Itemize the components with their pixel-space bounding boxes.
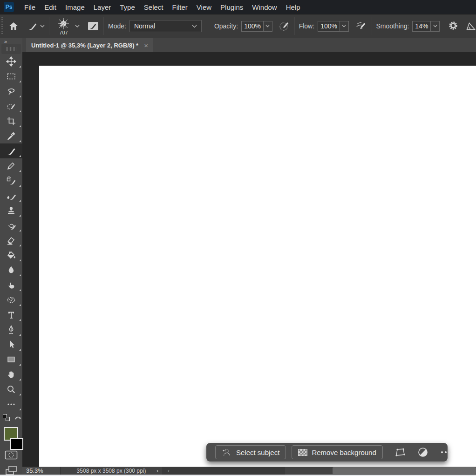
- menu-type[interactable]: Type: [120, 3, 135, 11]
- document-tab[interactable]: Untitled-1 @ 35,3% (Layer 2, RGB/8) * ×: [26, 38, 153, 52]
- menu-view[interactable]: View: [197, 3, 211, 11]
- transform-image-button[interactable]: [394, 447, 406, 457]
- smudge-tool[interactable]: [0, 278, 22, 292]
- swap-arrows-icon: [14, 415, 22, 421]
- edit-toolbar-button[interactable]: [0, 397, 22, 412]
- menu-plugins[interactable]: Plugins: [220, 3, 243, 11]
- menu-filter[interactable]: Filter: [172, 3, 188, 11]
- pencil-tool[interactable]: [0, 158, 22, 173]
- swap-colors-button[interactable]: [14, 415, 22, 421]
- horizontal-scrollbar-thumb[interactable]: [333, 467, 476, 474]
- task-bar-more-button[interactable]: [440, 450, 451, 454]
- brush-icon: [6, 146, 16, 156]
- eraser-tool[interactable]: [0, 233, 22, 248]
- crop-tool[interactable]: [0, 114, 22, 129]
- smoothing-slider-toggle[interactable]: [431, 21, 440, 32]
- clone-stamp-tool[interactable]: [0, 203, 22, 218]
- status-bar: 35.3% 3508 px x 3508 px (300 ppi) › ‹: [22, 467, 476, 475]
- menu-help[interactable]: Help: [286, 3, 300, 11]
- menu-image[interactable]: Image: [65, 3, 85, 11]
- pressure-opacity-toggle[interactable]: [279, 20, 290, 32]
- document-tab-title: Untitled-1 @ 35,3% (Layer 2, RGB/8) *: [31, 42, 138, 49]
- paint-bucket-tool[interactable]: [0, 248, 22, 263]
- flyout-indicator: [19, 155, 21, 157]
- opacity-slider-toggle[interactable]: [264, 21, 272, 32]
- move-tool[interactable]: [0, 54, 22, 69]
- brush-icon: [27, 21, 38, 31]
- pen-tool[interactable]: [0, 322, 22, 337]
- menu-layer[interactable]: Layer: [94, 3, 111, 11]
- chevron-down-icon: [40, 25, 45, 27]
- hand-tool[interactable]: [0, 367, 22, 382]
- opacity-label: Opacity:: [214, 22, 238, 30]
- flyout-indicator: [19, 110, 21, 112]
- art-history-brush-tool[interactable]: [0, 218, 22, 233]
- background-color-swatch[interactable]: [10, 438, 23, 450]
- quick-mask-button[interactable]: [5, 450, 18, 460]
- default-colors-button[interactable]: [2, 414, 11, 423]
- pencil-icon: [6, 161, 16, 171]
- brush-preset-chevron[interactable]: [75, 25, 80, 27]
- menu-window[interactable]: Window: [252, 3, 277, 11]
- smoothing-options-button[interactable]: [448, 20, 459, 32]
- tool-preset-button[interactable]: [27, 21, 38, 31]
- sponge-tool[interactable]: [0, 292, 22, 307]
- adjustments-button[interactable]: [417, 447, 428, 458]
- smoothing-label: Smoothing:: [376, 22, 409, 30]
- opacity-value: 100%: [244, 22, 261, 30]
- toolbar-drag-handle[interactable]: [1, 44, 21, 54]
- flyout-indicator: [19, 81, 21, 82]
- flow-input[interactable]: 100%: [318, 21, 340, 32]
- blend-mode-select[interactable]: Normal: [129, 20, 202, 32]
- brush-tool[interactable]: [0, 143, 22, 158]
- brush-angle-button[interactable]: [466, 21, 476, 31]
- object-selection-tool[interactable]: [0, 99, 22, 114]
- blur-tool[interactable]: [0, 263, 22, 278]
- selection-arrow-icon: [6, 340, 16, 350]
- tool-preset-chevron[interactable]: [40, 25, 45, 27]
- select-subject-person-icon: [222, 448, 232, 456]
- mixer-brush-tool[interactable]: [0, 188, 22, 203]
- history-brush-icon: [6, 176, 16, 186]
- menu-file[interactable]: File: [24, 3, 35, 11]
- smoothing-input[interactable]: 14%: [412, 21, 431, 32]
- separator: [372, 17, 372, 35]
- lasso-tool[interactable]: [0, 84, 22, 99]
- quick-mask-icon: [5, 450, 18, 460]
- history-brush-tool[interactable]: [0, 173, 22, 188]
- menu-select[interactable]: Select: [144, 3, 163, 11]
- document-dimensions: 3508 px x 3508 px (300 ppi): [77, 468, 146, 474]
- opacity-input[interactable]: 100%: [241, 21, 264, 32]
- default-foreground-swatch-icon: [3, 414, 7, 418]
- status-collapse-chevron[interactable]: ‹: [168, 468, 170, 474]
- select-subject-button[interactable]: Select subject: [215, 445, 286, 459]
- flow-label: Flow:: [299, 22, 314, 30]
- flyout-indicator: [19, 245, 21, 246]
- zoom-level-input[interactable]: 35.3%: [22, 467, 61, 475]
- rectangular-marquee-tool[interactable]: [0, 69, 22, 84]
- brush-settings-panel-toggle[interactable]: [87, 21, 99, 31]
- object-selection-icon: [6, 101, 16, 111]
- path-selection-tool[interactable]: [0, 337, 22, 352]
- flyout-indicator: [19, 349, 21, 351]
- remove-background-button[interactable]: Remove background: [292, 445, 382, 459]
- home-button[interactable]: [8, 21, 19, 31]
- status-expand-chevron[interactable]: ›: [156, 468, 158, 474]
- eyedropper-tool[interactable]: [0, 129, 22, 143]
- flyout-indicator: [19, 66, 21, 68]
- select-subject-label: Select subject: [236, 449, 279, 456]
- brush-tip-icon: [57, 17, 70, 30]
- document-canvas[interactable]: [39, 66, 476, 467]
- type-tool[interactable]: [0, 307, 22, 322]
- flow-slider-toggle[interactable]: [340, 21, 349, 32]
- zoom-tool[interactable]: [0, 382, 22, 397]
- flyout-indicator: [19, 408, 21, 410]
- rectangle-tool[interactable]: [0, 352, 22, 367]
- brush-preset-picker[interactable]: 707: [54, 17, 73, 35]
- options-bar-drag-handle[interactable]: [1, 17, 3, 35]
- airbrush-toggle[interactable]: [355, 20, 367, 32]
- chevron-down-icon: [433, 25, 437, 27]
- close-icon[interactable]: ×: [144, 41, 148, 49]
- menu-edit[interactable]: Edit: [44, 3, 56, 11]
- horizontal-scrollbar[interactable]: [285, 467, 476, 475]
